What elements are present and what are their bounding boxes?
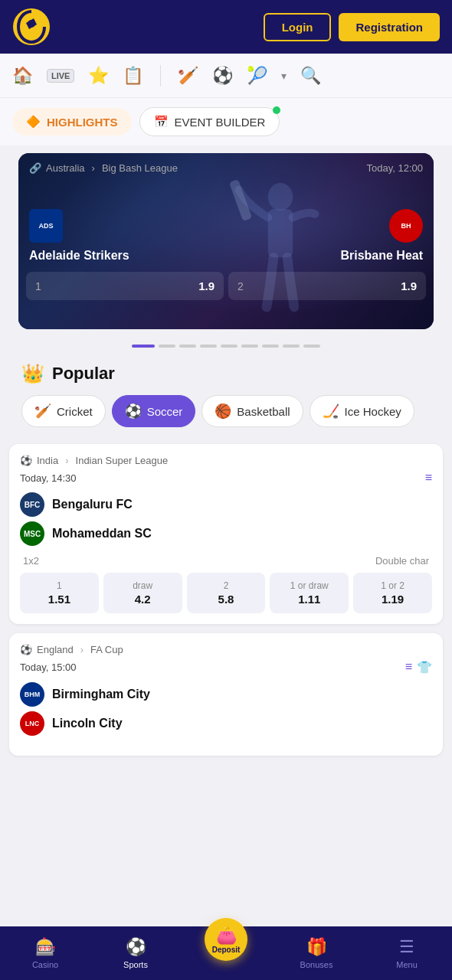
hero-odd-2-button[interactable]: 2 1.9 — [228, 272, 426, 300]
hero-odd-1-value: 1.9 — [198, 279, 215, 292]
casino-icon: 🎰 — [35, 937, 56, 957]
pagination-dots — [0, 337, 452, 355]
soccer-tab[interactable]: ⚽ Soccer — [112, 395, 196, 427]
dot-6[interactable] — [241, 345, 258, 348]
bonuses-label: Bonuses — [300, 960, 333, 969]
cricket-tab-icon: 🏏 — [34, 403, 51, 420]
match1-arrow: › — [65, 455, 68, 466]
match2-league: ⚽ England › FA Cup — [20, 644, 432, 655]
hero-match-card[interactable]: 🔗 Australia › Big Bash League Today, 12:… — [18, 153, 434, 329]
basketball-tab[interactable]: 🏀 Basketball — [201, 395, 303, 427]
favorites-icon[interactable]: ⭐ — [88, 66, 109, 86]
dot-2[interactable] — [159, 345, 175, 348]
popular-header: 👑 Popular 🏏 Cricket ⚽ Soccer 🏀 Basketbal… — [9, 355, 443, 435]
match2-time-row: Today, 15:00 ≡ 👕 — [20, 660, 432, 675]
dot-7[interactable] — [262, 345, 279, 348]
match1-odd-draw[interactable]: draw 4.2 — [103, 573, 182, 613]
icehockey-tab[interactable]: 🏒 Ice Hockey — [310, 395, 414, 427]
event-builder-tab[interactable]: 📅 EVENT BUILDER — [139, 107, 280, 136]
bottom-nav: 🎰 Casino ⚽ Sports 👛 Deposit 🎁 Bonuses ☰ … — [0, 926, 452, 980]
match2-team2-row: LNC Lincoln City — [20, 711, 432, 736]
match2-arrow: › — [80, 644, 84, 655]
bonuses-nav-item[interactable]: 🎁 Bonuses — [271, 926, 362, 980]
match1-team1-row: BFC Bengaluru FC — [20, 492, 432, 517]
match1-odds-header: 1x2 Double char — [20, 555, 432, 567]
bookmark-icon[interactable]: ≡ — [425, 471, 432, 485]
hero-team1: ADS Adelaide Strikers — [29, 209, 129, 263]
shirt-icon[interactable]: 👕 — [417, 660, 432, 675]
match2-league-icon: ⚽ — [20, 644, 32, 655]
match1-odd-1[interactable]: 1 1.51 — [20, 573, 99, 613]
popular-title-text: Popular — [52, 364, 115, 384]
event-builder-icon: 📅 — [154, 115, 169, 129]
bonuses-icon: 🎁 — [306, 937, 327, 957]
event-builder-label: EVENT BUILDER — [175, 116, 266, 129]
register-button[interactable]: Registration — [339, 13, 440, 41]
match2-teams: BHM Birmingham City LNC Lincoln City — [20, 682, 432, 736]
search-icon[interactable]: 🔍 — [300, 66, 321, 86]
match1-odd-1or2[interactable]: 1 or 2 1.19 — [353, 573, 432, 613]
hero-breadcrumb-arrow: › — [92, 162, 95, 174]
match1-odd-2-label: 2 — [193, 580, 260, 591]
match1-team2-row: MSC Mohameddan SC — [20, 521, 432, 546]
casino-nav-item[interactable]: 🎰 Casino — [0, 926, 90, 980]
header: Login Registration — [0, 0, 452, 54]
sports-nav-item[interactable]: ⚽ Sports — [90, 926, 181, 980]
menu-nav-item[interactable]: ☰ Menu — [362, 926, 452, 980]
lincoln-logo: LNC — [20, 711, 44, 736]
sports-icon: ⚽ — [126, 937, 146, 957]
dot-8[interactable] — [283, 345, 300, 348]
highlights-tab[interactable]: 🔶 HIGHLIGHTS — [12, 108, 132, 136]
nav-icons-row: 🏠 LIVE ⭐ 📋 🏏 ⚽ 🎾 ▾ 🔍 — [0, 54, 452, 98]
match1-time: Today, 14:30 — [20, 472, 76, 484]
match1-country: India — [37, 455, 58, 466]
live-badge[interactable]: LIVE — [47, 69, 74, 83]
match1-odd-2[interactable]: 2 5.8 — [187, 573, 266, 613]
cricket-tab[interactable]: 🏏 Cricket — [21, 395, 106, 427]
soccer-tab-label: Soccer — [147, 405, 183, 418]
soccer-ball-icon[interactable]: ⚽ — [212, 66, 233, 86]
cricket-bat-icon[interactable]: 🏏 — [178, 66, 198, 86]
match1-teams: BFC Bengaluru FC MSC Mohameddan SC — [20, 492, 432, 546]
home-icon[interactable]: 🏠 — [12, 66, 33, 86]
highlights-label: HIGHLIGHTS — [47, 116, 118, 129]
tennis-icon[interactable]: 🎾 — [247, 66, 267, 86]
header-buttons: Login Registration — [264, 13, 440, 41]
match1-team1-name: Bengaluru FC — [52, 498, 133, 511]
stream-icon[interactable]: ≡ — [405, 660, 412, 675]
match2-league-name: FA Cup — [90, 644, 123, 655]
dot-1[interactable] — [132, 345, 155, 348]
dot-3[interactable] — [179, 345, 196, 348]
match1-league: ⚽ India › Indian Super League — [20, 455, 432, 466]
match1-stream-icons: ≡ — [425, 471, 432, 485]
dot-9[interactable] — [303, 345, 320, 348]
cricket-tab-label: Cricket — [57, 405, 93, 418]
logo[interactable] — [12, 8, 51, 46]
match1-time-row: Today, 14:30 ≡ — [20, 471, 432, 485]
more-sports-dropdown[interactable]: ▾ — [281, 70, 287, 82]
login-button[interactable]: Login — [264, 13, 332, 41]
nav-divider — [160, 65, 161, 87]
match1-odd-1ordraw[interactable]: 1 or draw 1.11 — [270, 573, 349, 613]
hero-odds: 1 1.9 2 1.9 — [26, 272, 426, 300]
hero-match-info: 🔗 Australia › Big Bash League Today, 12:… — [18, 153, 434, 178]
icehockey-tab-icon: 🏒 — [323, 403, 339, 420]
match1-odd-draw-value: 4.2 — [110, 593, 176, 606]
deposit-nav-item[interactable]: 👛 Deposit — [181, 913, 271, 966]
hero-odd-1-button[interactable]: 1 1.9 — [26, 272, 224, 300]
dot-5[interactable] — [221, 345, 237, 348]
match1-odd-1ordraw-label: 1 or draw — [276, 580, 342, 591]
svg-point-1 — [28, 20, 35, 28]
match1-market-double: Double char — [375, 555, 429, 567]
match1-odd-2-value: 5.8 — [193, 593, 260, 606]
popular-title: 👑 Popular — [21, 363, 431, 384]
popular-section: 👑 Popular 🏏 Cricket ⚽ Soccer 🏀 Basketbal… — [0, 355, 452, 834]
news-icon[interactable]: 📋 — [123, 66, 143, 86]
birmingham-logo: BHM — [20, 682, 44, 707]
hero-match-time: Today, 12:00 — [367, 162, 423, 174]
deposit-circle[interactable]: 👛 Deposit — [205, 918, 247, 961]
dot-4[interactable] — [200, 345, 217, 348]
strikers-logo: ADS — [29, 209, 63, 243]
menu-icon: ☰ — [399, 937, 414, 957]
match2-stream-icons: ≡ 👕 — [405, 660, 432, 675]
